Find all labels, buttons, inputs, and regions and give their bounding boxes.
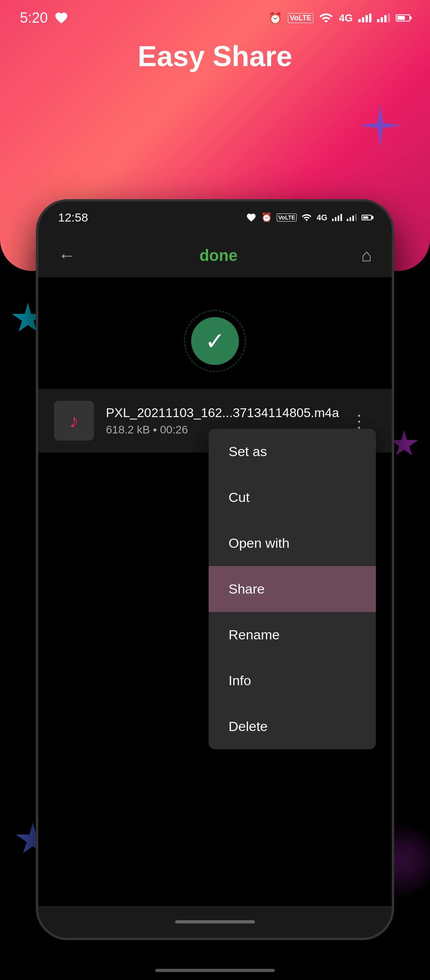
file-thumbnail: ♪ [54, 401, 94, 441]
menu-item-set-as[interactable]: Set as [209, 429, 376, 474]
outer-alarm-icon: ⏰ [268, 12, 282, 25]
menu-item-delete[interactable]: Delete [209, 704, 376, 749]
bottom-nav-bar [38, 906, 392, 938]
outer-time: 5:20 [20, 10, 48, 26]
phone-content: ✓ ♪ PXL_20211103_162...37134114805.m4a 6… [38, 277, 392, 906]
outer-4g-icon: 4G [339, 12, 353, 24]
done-label[interactable]: done [199, 247, 238, 265]
inner-4g-icon: 4G [317, 213, 327, 222]
inner-heart-rate-icon [246, 212, 256, 223]
inner-time: 12:58 [58, 211, 88, 224]
sparkle-star-icon [358, 104, 402, 147]
outer-wifi-icon [319, 11, 333, 25]
menu-item-share[interactable]: Share [209, 566, 376, 612]
success-checkmark: ✓ [191, 317, 239, 365]
purple-star-right-icon [390, 430, 418, 458]
phone-mockup: 12:58 ⏰ VoLTE 4G [36, 199, 394, 940]
outer-volte-icon: VoLTE [288, 13, 313, 23]
outer-status-bar: 5:20 ⏰ VoLTE 4G [0, 0, 430, 36]
file-name: PXL_20211103_162...37134114805.m4a [106, 406, 342, 420]
home-gesture-pill[interactable] [175, 920, 255, 923]
inner-battery-icon [362, 215, 372, 220]
system-gesture-bar [155, 969, 275, 972]
outer-heart-rate-icon [54, 11, 68, 25]
context-menu: Set as Cut Open with Share Rename Info D… [209, 429, 376, 749]
inner-signal2-icon [347, 214, 357, 221]
home-button[interactable]: ⌂ [361, 245, 372, 265]
inner-alarm-icon: ⏰ [261, 212, 272, 223]
music-note-icon: ♪ [69, 410, 79, 432]
outer-status-time-area: 5:20 [20, 10, 68, 26]
outer-battery-icon [396, 14, 410, 22]
menu-item-cut[interactable]: Cut [209, 474, 376, 520]
inner-signal1-icon [332, 214, 342, 221]
inner-status-bar: 12:58 ⏰ VoLTE 4G [38, 202, 392, 233]
inner-status-icons: ⏰ VoLTE 4G [246, 212, 372, 223]
inner-wifi-icon [301, 212, 312, 223]
menu-item-rename[interactable]: Rename [209, 612, 376, 658]
main-content: ✓ ♪ PXL_20211103_162...37134114805.m4a 6… [38, 277, 392, 906]
outer-signal1-icon [358, 14, 371, 22]
outer-status-icons: ⏰ VoLTE 4G [268, 11, 410, 25]
back-button[interactable]: ← [58, 245, 76, 265]
menu-item-open-with[interactable]: Open with [209, 520, 376, 566]
menu-item-info[interactable]: Info [209, 658, 376, 704]
inner-volte-icon: VoLTE [277, 214, 297, 221]
success-area: ✓ [38, 277, 392, 389]
file-item[interactable]: ♪ PXL_20211103_162...37134114805.m4a 618… [38, 389, 392, 453]
app-title: Easy Share [0, 40, 430, 73]
top-nav: ← done ⌂ [38, 233, 392, 277]
checkmark-icon: ✓ [205, 327, 225, 355]
outer-signal2-icon [377, 14, 390, 22]
